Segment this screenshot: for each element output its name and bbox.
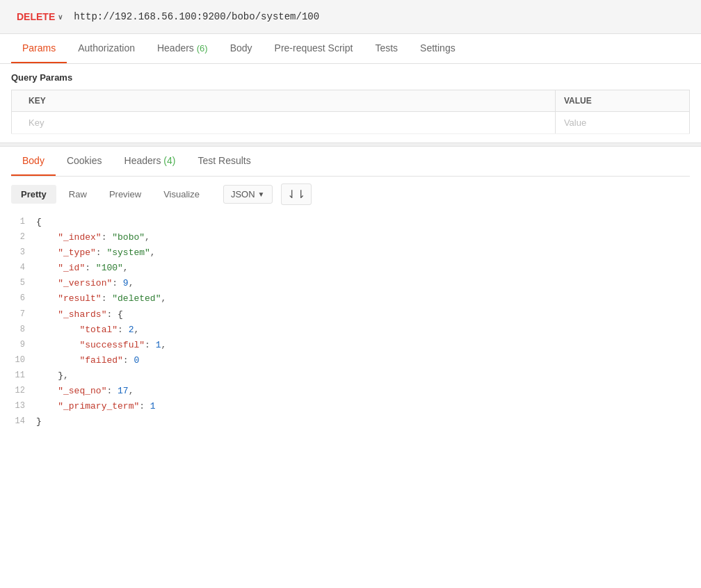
json-line-8: 8 "total": 2, <box>11 322 690 338</box>
line-content-13: "_primary_term": 1 <box>36 399 690 414</box>
request-tab-headers[interactable]: Headers (6) <box>146 34 219 63</box>
url-bar: DELETE ∨ <box>0 0 701 34</box>
params-checkbox <box>12 112 21 134</box>
format-btn-visualize[interactable]: Visualize <box>154 185 209 204</box>
line-number-14: 14 <box>11 414 36 428</box>
line-content-6: "result": "deleted", <box>36 291 690 307</box>
line-content-7: "_shards": { <box>36 307 690 322</box>
url-input[interactable] <box>74 11 690 22</box>
json-line-13: 13 "_primary_term": 1 <box>11 399 690 414</box>
request-tab-settings[interactable]: Settings <box>409 34 467 63</box>
method-label: DELETE <box>17 11 55 22</box>
json-line-2: 2 "_index": "bobo", <box>11 230 690 245</box>
format-btn-raw[interactable]: Raw <box>59 185 97 204</box>
line-number-13: 13 <box>11 399 36 413</box>
request-tab-params[interactable]: Params <box>11 34 67 63</box>
line-number-10: 10 <box>11 353 36 367</box>
response-tab-body[interactable]: Body <box>11 147 56 176</box>
request-tab-body[interactable]: Body <box>219 34 264 63</box>
line-number-11: 11 <box>11 368 36 382</box>
params-key-input[interactable]: Key <box>20 112 555 134</box>
line-content-14: } <box>36 414 690 430</box>
line-content-3: "_type": "system", <box>36 245 690 261</box>
value-col-header: VALUE <box>555 90 689 112</box>
key-col-header: KEY <box>20 90 555 112</box>
line-number-12: 12 <box>11 384 36 398</box>
line-number-1: 1 <box>11 215 36 229</box>
line-number-9: 9 <box>11 338 36 352</box>
line-number-6: 6 <box>11 291 36 305</box>
line-number-4: 4 <box>11 261 36 275</box>
json-line-12: 12 "_seq_no": 17, <box>11 384 690 399</box>
params-empty-row: Key Value <box>12 112 690 134</box>
line-content-11: }, <box>36 368 690 384</box>
line-number-3: 3 <box>11 245 36 259</box>
query-params-title: Query Params <box>11 72 690 83</box>
json-line-10: 10 "failed": 0 <box>11 353 690 368</box>
line-content-9: "successful": 1, <box>36 338 690 353</box>
line-number-2: 2 <box>11 230 36 244</box>
line-content-1: { <box>36 215 690 230</box>
format-btn-pretty[interactable]: Pretty <box>11 185 56 204</box>
checkbox-col-header <box>12 90 21 112</box>
format-type-select[interactable]: JSON ▼ <box>223 185 273 204</box>
request-tab-tests[interactable]: Tests <box>364 34 409 63</box>
request-tabs: ParamsAuthorizationHeaders (6)BodyPre-re… <box>11 34 690 63</box>
format-bar: PrettyRawPreviewVisualizeJSON ▼⇃⇂ <box>11 177 690 212</box>
method-chevron: ∨ <box>58 13 63 21</box>
wrap-button[interactable]: ⇃⇂ <box>281 183 312 205</box>
line-content-12: "_seq_no": 17, <box>36 384 690 399</box>
json-line-4: 4 "_id": "100", <box>11 261 690 276</box>
request-tabs-section: ParamsAuthorizationHeaders (6)BodyPre-re… <box>0 34 701 64</box>
response-tab-testresults[interactable]: Test Results <box>186 147 261 176</box>
line-number-7: 7 <box>11 307 36 321</box>
params-table: KEY VALUE Key Value <box>11 90 690 134</box>
line-content-5: "_version": 9, <box>36 276 690 291</box>
json-viewer: 1{2 "_index": "bobo",3 "_type": "system"… <box>11 212 690 432</box>
json-line-6: 6 "result": "deleted", <box>11 291 690 307</box>
params-value-input[interactable]: Value <box>555 112 689 134</box>
line-content-10: "failed": 0 <box>36 353 690 368</box>
request-tab-authorization[interactable]: Authorization <box>67 34 146 63</box>
request-tab-prerequest[interactable]: Pre-request Script <box>264 34 364 63</box>
response-tab-headers[interactable]: Headers (4) <box>113 147 187 176</box>
json-line-3: 3 "_type": "system", <box>11 245 690 261</box>
json-line-14: 14} <box>11 414 690 430</box>
line-number-5: 5 <box>11 276 36 290</box>
line-content-2: "_index": "bobo", <box>36 230 690 245</box>
line-number-8: 8 <box>11 322 36 336</box>
json-line-9: 9 "successful": 1, <box>11 338 690 353</box>
line-content-4: "_id": "100", <box>36 261 690 276</box>
json-line-5: 5 "_version": 9, <box>11 276 690 291</box>
response-section: BodyCookiesHeaders (4)Test Results Prett… <box>0 147 701 432</box>
response-tab-cookies[interactable]: Cookies <box>56 147 113 176</box>
query-params-section: Query Params KEY VALUE Key Value <box>0 64 701 142</box>
format-btn-preview[interactable]: Preview <box>99 185 151 204</box>
json-line-11: 11 }, <box>11 368 690 384</box>
json-line-7: 7 "_shards": { <box>11 307 690 322</box>
json-line-1: 1{ <box>11 215 690 230</box>
method-selector[interactable]: DELETE ∨ <box>11 7 68 26</box>
response-tabs: BodyCookiesHeaders (4)Test Results <box>11 147 690 177</box>
line-content-8: "total": 2, <box>36 322 690 338</box>
